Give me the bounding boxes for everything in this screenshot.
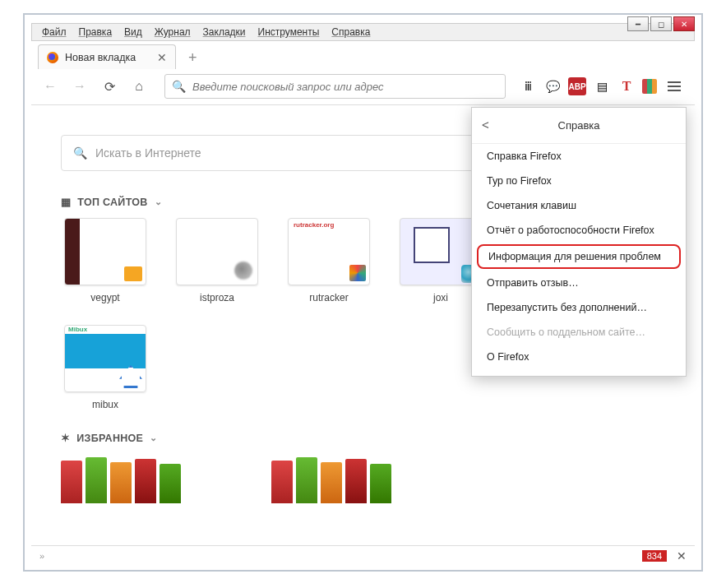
status-chevrons-icon[interactable]: » [39,551,44,561]
help-item-firefox-help[interactable]: Справка Firefox [472,144,686,169]
url-input[interactable] [192,81,498,93]
tile-thumb [288,218,370,285]
menu-file[interactable]: Файл [37,25,72,39]
help-panel-title: Справка [558,119,600,132]
tile-label: vegypt [90,292,119,303]
reload-button[interactable]: ⟳ [97,74,122,99]
help-item-report-site: Сообщить о поддельном сайте… [472,320,686,345]
tile-thumb [400,218,482,285]
help-item-feedback[interactable]: Отправить отзыв… [472,271,686,295]
help-back-icon[interactable]: < [482,118,489,132]
close-button[interactable]: ✕ [673,16,695,31]
menubar: Файл Правка Вид Журнал Закладки Инструме… [31,23,695,41]
new-tab-button[interactable]: + [181,46,204,69]
help-item-about-firefox[interactable]: О Firefox [472,345,686,369]
chevron-down-icon: ⌄ [150,433,157,443]
library-icon[interactable]: ⅲ [519,77,537,95]
favorites-label: ИЗБРАННОЕ [76,433,143,444]
tile-istproza[interactable]: istproza [173,218,261,303]
content-search-placeholder: Искать в Интернете [95,146,201,160]
search-icon: 🔍 [73,146,87,160]
tile-rutracker[interactable]: rutracker [284,218,373,303]
top-sites-label: ТОП САЙТОВ [77,197,147,208]
help-item-troubleshooting[interactable]: Информация для решения проблем [477,244,681,269]
toolbar-right: ⅲ 💬 ABP ▤ T [519,77,688,95]
t-extension-icon[interactable]: T [617,77,636,95]
firefox-icon [47,52,58,63]
tab-close-icon[interactable]: ✕ [157,51,167,64]
chevron-down-icon: ⌄ [155,197,162,207]
help-panel-header: < Справка [472,108,686,144]
tile-label: istproza [200,292,234,303]
status-bar: » 834 ✕ [31,545,695,565]
help-item-shortcuts[interactable]: Сочетания клавиш [472,193,686,218]
tabstrip: Новая вкладка ✕ + [31,41,695,69]
tab-title: Новая вкладка [65,52,136,63]
app-menu-button[interactable] [664,81,685,91]
books-extension-icon[interactable] [642,79,657,94]
tile-mibux[interactable]: mibux [61,325,150,410]
grid-icon: ▦ [61,196,71,208]
url-bar[interactable]: 🔍 [164,74,506,99]
back-button[interactable]: ← [38,74,62,99]
status-badge[interactable]: 834 [642,550,667,562]
tile-label: rutracker [309,292,348,303]
favorite-tile-1[interactable] [61,454,181,503]
window-controls: ━ ◻ ✕ [627,16,695,31]
tile-vegypt[interactable]: vegypt [61,218,150,303]
menu-bookmarks[interactable]: Закладки [198,25,251,39]
favorite-tile-2[interactable] [271,454,391,503]
tile-thumb [176,218,258,285]
tab-active[interactable]: Новая вкладка ✕ [38,44,176,69]
menu-edit[interactable]: Правка [74,25,118,39]
star-icon: ✶ [61,432,70,444]
status-close-icon[interactable]: ✕ [677,549,687,563]
maximize-button[interactable]: ◻ [650,16,672,31]
minimize-button[interactable]: ━ [627,16,649,31]
nav-toolbar: ← → ⟳ ⌂ 🔍 ⅲ 💬 ABP ▤ T [31,69,695,104]
tile-thumb [64,218,146,285]
search-icon: 🔍 [172,80,186,93]
help-item-health-report[interactable]: Отчёт о работоспособности Firefox [472,218,686,243]
browser-chrome: Новая вкладка ✕ + ← → ⟳ ⌂ 🔍 ⅲ 💬 ABP ▤ T [31,41,695,105]
forward-button[interactable]: → [67,74,92,99]
tile-label: mibux [92,399,118,410]
help-panel: < Справка Справка Firefox Тур по Firefox… [471,107,687,377]
reader-icon[interactable]: ▤ [593,77,611,95]
menu-view[interactable]: Вид [119,25,147,39]
menu-history[interactable]: Журнал [150,25,196,39]
home-button[interactable]: ⌂ [127,74,151,99]
help-item-restart-noaddons[interactable]: Перезапустить без дополнений… [472,295,686,320]
favorites-header[interactable]: ✶ ИЗБРАННОЕ ⌄ [61,432,665,444]
chat-icon[interactable]: 💬 [543,77,562,95]
tile-thumb [64,325,146,392]
favorites-tiles [61,454,665,503]
adblock-icon[interactable]: ABP [568,77,586,95]
help-item-firefox-tour[interactable]: Тур по Firefox [472,169,686,193]
menu-tools[interactable]: Инструменты [253,25,325,39]
tile-label: joxi [433,292,448,303]
menu-help[interactable]: Справка [326,25,375,39]
